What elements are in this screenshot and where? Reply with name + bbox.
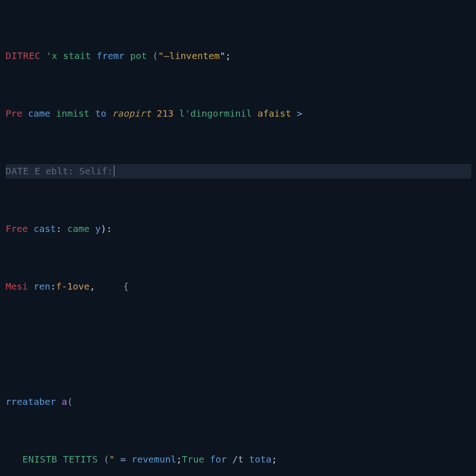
code-line: ENISTB TETITS (" = revemunl;True for /t …: [6, 452, 471, 467]
equals-icon: =: [120, 454, 126, 465]
token: revemunl: [132, 454, 176, 465]
number: 213: [157, 108, 173, 119]
token: eblt: [46, 165, 68, 177]
comma: ,: [90, 281, 95, 292]
token: raopirt: [112, 108, 151, 119]
semicolon: ;: [271, 454, 277, 465]
code-line: Free cast: came y):: [6, 222, 471, 236]
token: y: [95, 223, 101, 234]
token: /t: [232, 454, 244, 465]
semicolon: ;: [176, 454, 182, 465]
brace-open: {: [123, 281, 129, 292]
token-keyword: Free: [6, 223, 28, 234]
token: E: [34, 165, 40, 177]
token: afaist: [258, 108, 291, 119]
code-line-active: DATE E eblt: Selif:: [6, 164, 471, 178]
token: 'x stait: [46, 50, 91, 61]
token: ren: [33, 281, 50, 292]
colon: :: [56, 223, 61, 234]
string-quote: ": [158, 50, 164, 61]
token: came: [28, 108, 50, 119]
quote: ": [109, 454, 115, 465]
code-line: rreataber a(: [6, 395, 471, 409]
token: cast: [33, 223, 56, 234]
token: ";: [220, 50, 231, 61]
token: TETITS: [63, 454, 98, 465]
token-true: True: [182, 454, 204, 465]
paren-open: (: [104, 454, 109, 465]
indent: [6, 454, 22, 465]
token: a: [61, 396, 67, 407]
token: Mesi: [6, 281, 28, 292]
blank-line: [6, 337, 471, 351]
code-line: Pre came inmist to raopirt 213 l'dingorm…: [6, 106, 471, 121]
string-body: —linventem: [164, 50, 219, 61]
token-dim: DATE: [6, 165, 29, 177]
code-line: Mesi ren:f-1ove, {: [6, 279, 471, 294]
token: rreataber: [6, 396, 56, 407]
token: [40, 50, 46, 61]
token: inmist: [56, 108, 89, 119]
token-keyword: DITREC: [6, 50, 40, 61]
code-line: DITREC 'x stait fremr pot ("—linventem";: [6, 49, 471, 63]
token: tota: [249, 454, 271, 465]
colon: :: [107, 165, 113, 177]
colon: :: [68, 165, 73, 177]
paren-open: (: [152, 50, 158, 61]
text-cursor-icon: [114, 165, 115, 177]
token: pot: [130, 50, 147, 61]
token: for: [210, 454, 227, 465]
token: to: [95, 108, 106, 119]
token: Selif: [79, 165, 107, 177]
token: f-1ove: [56, 281, 89, 292]
chevron-right-icon: >: [297, 108, 302, 119]
padding: [95, 281, 123, 292]
paren-close: ):: [101, 223, 112, 234]
token: fremr: [97, 50, 125, 61]
token-keyword: Pre: [6, 108, 22, 119]
paren-open: (: [67, 396, 73, 407]
token: came: [67, 223, 89, 234]
code-editor[interactable]: DITREC 'x stait fremr pot ("—linventem";…: [0, 0, 476, 476]
token: ENISTB: [22, 454, 57, 465]
colon: :: [50, 281, 56, 292]
token: l'dingorminil: [179, 108, 252, 119]
